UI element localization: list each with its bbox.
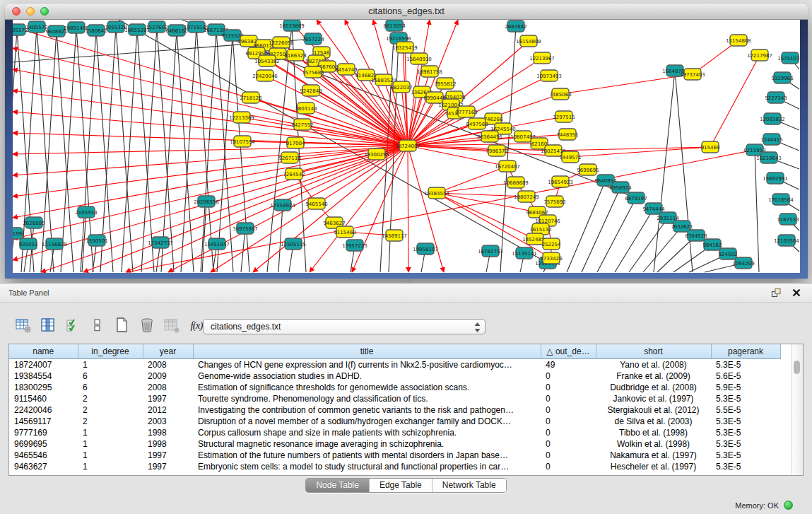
graph-node[interactable]: 7575692: [543, 196, 565, 207]
table-selector[interactable]: citations_edges.txt: [203, 319, 486, 334]
graph-node[interactable]: 39199: [13, 228, 23, 239]
graph-node[interactable]: 917004: [286, 137, 305, 148]
citation-edge-black[interactable]: [643, 226, 682, 272]
graph-node[interactable]: 1733426: [540, 252, 563, 264]
table-row[interactable]: 946362711997Embryonic stem cells: a mode…: [9, 461, 780, 472]
network-canvas[interactable]: 2605572140557296489212089140615806421055…: [13, 20, 800, 273]
graph-node[interactable]: 9777169: [455, 106, 477, 117]
column-header[interactable]: title: [193, 344, 541, 359]
graph-node[interactable]: 1550501: [86, 235, 107, 246]
graph-node[interactable]: 20206556: [194, 196, 219, 207]
graph-node[interactable]: 11154808: [726, 35, 751, 46]
graph-node[interactable]: 1297515: [553, 111, 575, 122]
graph-node[interactable]: 15640910: [406, 53, 432, 64]
graph-node[interactable]: 9242848: [300, 85, 322, 96]
column-header[interactable]: in_degree: [78, 344, 143, 359]
network-view-canvas[interactable]: 2605572140557296489212089140615806421055…: [13, 20, 800, 273]
citation-edge-red[interactable]: [13, 90, 408, 146]
select-all-checks-button[interactable]: [64, 316, 82, 334]
graph-node[interactable]: 16782753: [478, 245, 503, 257]
graph-node[interactable]: 915469: [701, 141, 720, 153]
citation-edge-black[interactable]: [157, 27, 174, 272]
graph-node[interactable]: 984162: [703, 239, 722, 250]
column-header[interactable]: year: [143, 344, 193, 359]
graph-node[interactable]: 17359924: [270, 199, 295, 211]
graph-node[interactable]: 2105954: [75, 206, 98, 218]
graph-node[interactable]: 16961758: [417, 66, 442, 77]
column-header[interactable]: short: [596, 344, 711, 359]
tab-network-table[interactable]: Network Table: [433, 479, 506, 492]
graph-node[interactable]: 1405572: [25, 21, 47, 33]
graph-node[interactable]: 1580642: [85, 25, 107, 36]
citation-edge-red[interactable]: [710, 55, 760, 147]
graph-node[interactable]: 7857224: [302, 33, 324, 45]
graph-node[interactable]: 15451947: [204, 238, 230, 250]
graph-node[interactable]: 9115460: [334, 226, 355, 238]
graph-node[interactable]: 17957223: [342, 240, 367, 251]
citation-edge-black[interactable]: [582, 187, 620, 272]
graph-node[interactable]: 1244415: [760, 134, 782, 145]
citation-edge-black[interactable]: [201, 30, 216, 272]
citation-edge-red[interactable]: [408, 146, 408, 272]
table-row[interactable]: 2242004622012Investigating the contribut…: [9, 404, 780, 416]
graph-node[interactable]: 12217987: [747, 49, 772, 61]
graph-node[interactable]: 1575685: [302, 66, 324, 78]
citation-edge-red[interactable]: [13, 69, 408, 146]
rows-button[interactable]: [88, 316, 107, 334]
graph-node[interactable]: 10688609: [503, 177, 529, 188]
table-row[interactable]: 1830029562008Estimation of significance …: [9, 382, 780, 393]
graph-node[interactable]: 924502: [719, 248, 738, 259]
citation-edge-black[interactable]: [141, 27, 157, 272]
graph-node[interactable]: 17016504: [768, 194, 794, 205]
graph-node[interactable]: 7485063: [549, 88, 571, 100]
graph-node[interactable]: 8186328: [284, 49, 306, 61]
graph-node[interactable]: 6879197: [625, 192, 647, 204]
graph-node[interactable]: 9465546: [305, 198, 328, 209]
graph-node[interactable]: 16720407: [495, 160, 520, 172]
graph-node[interactable]: 9329966: [771, 72, 794, 83]
citation-edge-black[interactable]: [41, 31, 57, 272]
graph-node[interactable]: 2687682: [505, 21, 526, 32]
citation-edge-black[interactable]: [57, 31, 73, 272]
citation-edge-red[interactable]: [251, 98, 408, 146]
tab-node-table[interactable]: Node Table: [306, 479, 370, 492]
citation-edge-black[interactable]: [61, 28, 76, 272]
citation-edge-black[interactable]: [597, 198, 636, 272]
citation-edge-red[interactable]: [352, 146, 408, 272]
citation-edge-red[interactable]: [437, 166, 507, 193]
graph-node[interactable]: 2803144: [295, 103, 317, 114]
citation-edge-black[interactable]: [567, 180, 606, 272]
graph-node[interactable]: 12213967: [529, 52, 555, 64]
graph-node[interactable]: 1449571: [559, 151, 581, 163]
graph-node[interactable]: 7955812: [434, 78, 456, 89]
new-column-button[interactable]: [113, 316, 131, 334]
close-window-button[interactable]: [12, 7, 20, 16]
table-row[interactable]: 911546021997Tourette syndrome. Phenomeno…: [9, 393, 780, 404]
graph-node[interactable]: 7264542: [283, 168, 305, 180]
graph-node[interactable]: 8427552: [291, 119, 313, 130]
citation-edge-black[interactable]: [177, 30, 194, 272]
graph-node[interactable]: 7986372: [486, 145, 507, 156]
graph-node[interactable]: 16154808: [516, 35, 541, 47]
table-row[interactable]: 969969511998Structural magnetic resonanc…: [9, 438, 780, 450]
table-settings-button[interactable]: [14, 316, 33, 334]
graph-node[interactable]: 22420046: [252, 70, 278, 81]
graph-node[interactable]: 8813054: [383, 20, 406, 31]
graph-node[interactable]: 9267110: [278, 152, 300, 163]
citation-edge-black[interactable]: [161, 30, 177, 272]
table-scrollbar-thumb[interactable]: [794, 361, 800, 374]
citation-edge-black[interactable]: [629, 218, 668, 272]
table-row[interactable]: 946554611997Estimation of the future num…: [9, 450, 780, 461]
graph-node[interactable]: 935051: [19, 238, 38, 250]
trash-button[interactable]: [138, 316, 156, 334]
graph-node[interactable]: 252254: [542, 238, 561, 250]
graph-node[interactable]: 12103504: [774, 235, 799, 246]
citation-edge-black[interactable]: [37, 27, 54, 272]
graph-node[interactable]: 8454749: [335, 64, 357, 75]
citation-edge-black[interactable]: [675, 71, 693, 272]
graph-node[interactable]: 6822037: [390, 81, 412, 93]
graph-node[interactable]: 15751074: [777, 52, 800, 64]
graph-node[interactable]: 1055328: [105, 21, 126, 33]
graph-node[interactable]: 12505135: [281, 238, 306, 250]
citation-edge-black[interactable]: [755, 150, 759, 272]
